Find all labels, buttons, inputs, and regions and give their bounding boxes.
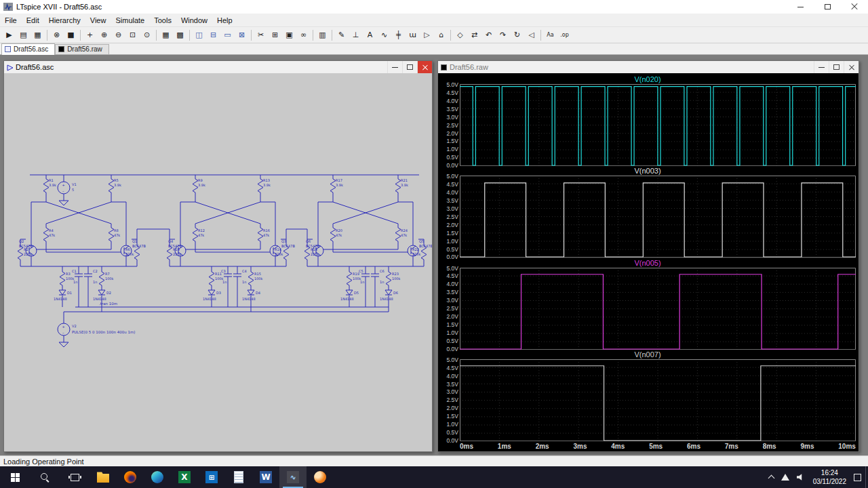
task-view-button[interactable] xyxy=(60,466,90,488)
trace-label[interactable]: V(n003) xyxy=(439,166,856,176)
y-tick: 2.5V xyxy=(447,396,459,403)
start-button[interactable] xyxy=(0,466,30,488)
y-tick: 2.5V xyxy=(447,122,459,129)
menu-view[interactable]: View xyxy=(85,15,111,26)
taskbar-notepad[interactable] xyxy=(225,466,252,488)
waveform-restore-button[interactable] xyxy=(829,61,844,73)
save-button[interactable]: ▦ xyxy=(31,28,45,42)
minimize-button[interactable] xyxy=(787,0,814,14)
waveform-plot xyxy=(460,84,856,166)
schematic-close-button[interactable] xyxy=(417,61,432,73)
zoom-in-button[interactable]: ⊕ xyxy=(97,28,111,42)
waveform-close-button[interactable] xyxy=(844,61,859,73)
taskbar-excel[interactable]: X xyxy=(171,466,198,488)
net-label-button[interactable]: A xyxy=(363,28,377,42)
clock[interactable]: 16:24 03/11/2022 xyxy=(813,468,846,486)
plot-area[interactable] xyxy=(460,268,856,350)
close-window-button[interactable]: ⊠ xyxy=(235,28,249,42)
maximize-button[interactable] xyxy=(814,0,841,14)
toolbar-separator xyxy=(332,30,332,41)
close-button[interactable] xyxy=(841,0,868,14)
inductor-button[interactable]: ɯ xyxy=(406,28,420,42)
search-button[interactable] xyxy=(30,466,60,488)
taskbar-paint[interactable] xyxy=(307,466,334,488)
titlebar[interactable]: LTspice XVII - Draft56.asc xyxy=(0,0,868,14)
halt-button[interactable]: ■ xyxy=(64,28,78,42)
tile-horizontal-button[interactable]: ◫ xyxy=(192,28,206,42)
copy-button[interactable]: ⊞ xyxy=(268,28,282,42)
wire-button[interactable]: ✎ xyxy=(334,28,349,42)
component-button[interactable]: ⌂ xyxy=(434,28,448,42)
run-button[interactable]: ▶ xyxy=(2,28,16,42)
menu-simulate[interactable]: Simulate xyxy=(111,15,149,26)
taskbar-ltspice[interactable]: ∿ xyxy=(279,466,307,488)
taskbar-edge[interactable] xyxy=(144,466,171,488)
y-tick: 0.5V xyxy=(447,154,459,161)
plot-panel-V(n005): V(n005)5.0V4.5V4.0V3.5V3.0V2.5V2.0V1.5V1… xyxy=(439,258,856,350)
ground-button[interactable]: ⊥ xyxy=(349,28,363,42)
diode-button[interactable]: ▷ xyxy=(420,28,434,42)
y-tick: 4.5V xyxy=(447,365,459,371)
pan-button[interactable]: + xyxy=(83,28,97,42)
taskbar-file-explorer[interactable] xyxy=(90,466,117,488)
undo-button[interactable]: ↶ xyxy=(481,28,496,42)
open-button[interactable]: ▤ xyxy=(16,28,31,42)
capacitor-button[interactable]: ╪ xyxy=(391,28,406,42)
rotate-button[interactable]: ↻ xyxy=(510,28,524,42)
action-center-icon[interactable] xyxy=(854,474,861,481)
menu-hierarchy[interactable]: Hierarchy xyxy=(44,15,85,26)
tab-draft56.raw[interactable]: Draft56.raw xyxy=(55,44,109,54)
taskbar-word[interactable]: W xyxy=(252,466,279,488)
zoom-full-button[interactable]: ⊙ xyxy=(140,28,154,42)
spice-directive-button[interactable]: .op xyxy=(557,28,572,42)
hidden-icons-chevron-icon[interactable] xyxy=(768,475,774,482)
print-button[interactable]: ▥ xyxy=(315,28,330,42)
schematic-label: 1N4148 xyxy=(54,297,67,301)
cascade-button[interactable]: ▭ xyxy=(220,28,235,42)
menu-tools[interactable]: Tools xyxy=(149,15,176,26)
volume-icon[interactable] xyxy=(797,473,806,481)
waveform-window-titlebar[interactable]: Draft56.raw xyxy=(438,61,859,73)
schematic-canvas[interactable]: +–V15R13.9kR53.9kR447kR847kQ2BC547BQ1BC5… xyxy=(4,73,432,451)
drag-button[interactable]: ⇄ xyxy=(467,28,481,42)
tab-draft56.asc[interactable]: Draft56.asc xyxy=(1,43,55,55)
taskbar-firefox[interactable] xyxy=(117,466,144,488)
menu-window[interactable]: Window xyxy=(176,15,212,26)
trace-label[interactable]: V(n020) xyxy=(439,75,856,84)
zoom-area-button[interactable]: ⊡ xyxy=(125,28,140,42)
paste-button[interactable]: ▣ xyxy=(282,28,296,42)
x-tick: 1ms xyxy=(498,443,511,450)
plot-area[interactable] xyxy=(460,84,856,166)
move-button[interactable]: ◇ xyxy=(453,28,467,42)
find-button[interactable]: ∞ xyxy=(296,28,311,42)
trace-label[interactable]: V(n005) xyxy=(439,258,856,268)
trace-label[interactable]: V(n007) xyxy=(439,350,856,359)
schematic-restore-button[interactable] xyxy=(402,61,417,73)
grid-button[interactable]: ▦ xyxy=(159,28,173,42)
zoom-out-button[interactable]: ⊖ xyxy=(111,28,125,42)
menu-edit[interactable]: Edit xyxy=(22,15,44,26)
plot-area[interactable] xyxy=(460,176,856,258)
show-desktop-button[interactable] xyxy=(865,466,868,488)
redo-button[interactable]: ↷ xyxy=(496,28,510,42)
control-panel-button[interactable]: ⊗ xyxy=(50,28,64,42)
schematic-label: R6 xyxy=(125,247,130,251)
schematic-label: 1N4148 xyxy=(203,297,216,301)
notepad-icon xyxy=(234,471,243,483)
menu-help[interactable]: Help xyxy=(212,15,237,26)
schematic-minimize-button[interactable] xyxy=(387,61,402,73)
schematic-window-controls xyxy=(387,61,432,73)
cut-button[interactable]: ✂ xyxy=(254,28,268,42)
mirror-button[interactable]: ◁ xyxy=(524,28,538,42)
text-button[interactable]: Aa xyxy=(543,28,557,42)
schematic-label: 1N4148 xyxy=(242,297,256,301)
snap-button[interactable]: ▩ xyxy=(173,28,187,42)
schematic-window-titlebar[interactable]: Draft56.asc xyxy=(4,61,432,73)
menu-file[interactable]: File xyxy=(0,15,22,26)
waveform-minimize-button[interactable] xyxy=(814,61,829,73)
plot-area[interactable] xyxy=(460,359,856,441)
tile-vertical-button[interactable]: ⊟ xyxy=(206,28,220,42)
taskbar-store[interactable]: ⊞ xyxy=(198,466,225,488)
resistor-button[interactable]: ∿ xyxy=(377,28,391,42)
network-icon[interactable] xyxy=(781,474,789,481)
